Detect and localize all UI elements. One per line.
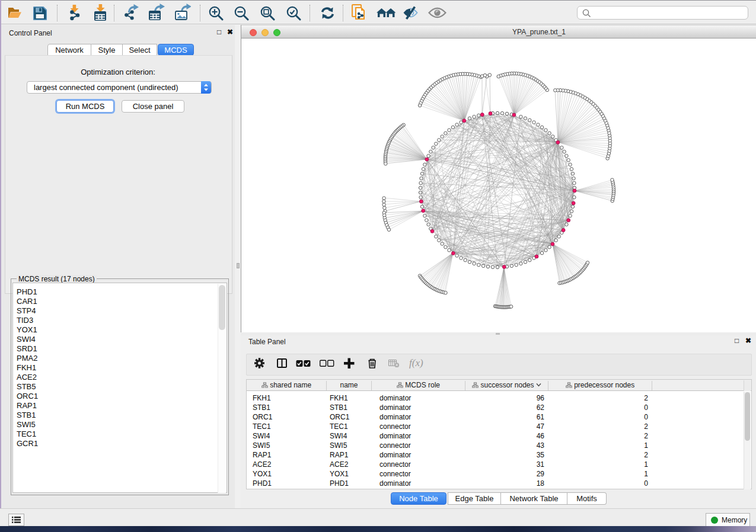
svg-text:f(x): f(x)	[409, 358, 423, 368]
